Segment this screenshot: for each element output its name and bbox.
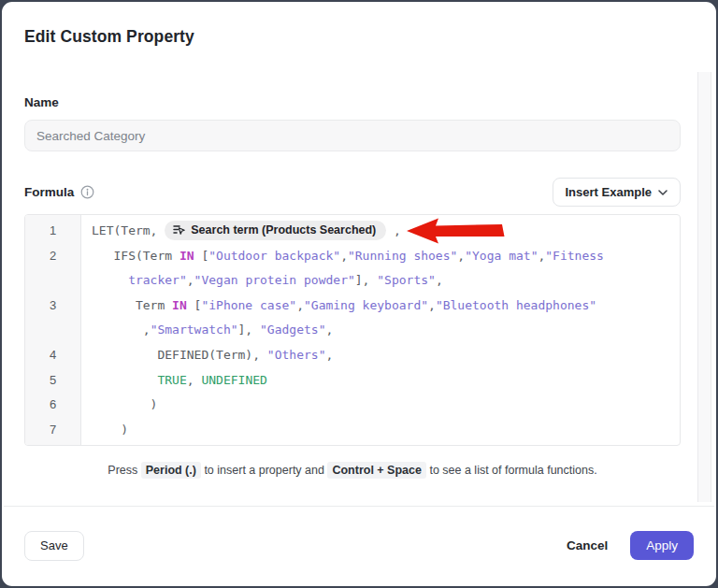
code-segment: "Gadgets" — [260, 323, 325, 337]
code-segment: "Others" — [267, 348, 326, 362]
code-segment: ) — [92, 397, 157, 411]
hint-text: to see a list of formula functions. — [426, 464, 597, 477]
save-button[interactable]: Save — [24, 531, 84, 561]
code-segment: IN — [172, 298, 187, 312]
code-segment: ], — [355, 273, 377, 287]
hint-text: to insert a property and — [201, 464, 328, 477]
code-segment: "Bluetooth headphones" — [436, 298, 596, 312]
code-segment: , — [92, 323, 151, 337]
code-row: 2 IFS(Term IN ["Outdoor backpack","Runni… — [25, 244, 680, 269]
dialog-footer: Save Cancel Apply — [4, 506, 714, 584]
formula-editor-rows: 1LET(Term, Search term (Products Searche… — [25, 219, 680, 442]
code-segment: "Sports" — [377, 273, 436, 287]
code-segment: UNDEFINED — [201, 373, 266, 387]
code-segment: , — [296, 298, 304, 312]
apply-button[interactable]: Apply — [630, 531, 694, 560]
line-number: 3 — [25, 294, 80, 319]
code-segment: "Gaming keyboard" — [304, 298, 428, 312]
line-number: 2 — [25, 244, 80, 269]
code-segment: TRUE — [157, 373, 186, 387]
code-segment: , — [386, 223, 401, 237]
name-label: Name — [24, 95, 681, 110]
hint-text: Press — [108, 464, 140, 477]
code-segment: Term — [92, 298, 172, 312]
code-segment: [ — [194, 249, 209, 263]
code-segment: "Vegan protein powder" — [194, 273, 355, 287]
formula-editor[interactable]: 1LET(Term, Search term (Products Searche… — [24, 214, 681, 446]
line-number — [25, 318, 80, 343]
cancel-button[interactable]: Cancel — [563, 531, 611, 561]
code-segment: "Running shoes" — [348, 249, 457, 263]
info-circle-icon[interactable] — [80, 185, 94, 199]
code-line[interactable]: LET(Term, Search term (Products Searched… — [80, 219, 401, 244]
dialog-title: Edit Custom Property — [24, 26, 681, 47]
edit-custom-property-dialog: Edit Custom Property Name Formula Insert… — [0, 0, 718, 588]
code-segment: , — [457, 249, 465, 263]
code-line[interactable]: Term IN ["iPhone case","Gaming keyboard"… — [80, 294, 596, 319]
property-token-label: Search term (Products Searched) — [191, 223, 376, 237]
name-input[interactable] — [24, 120, 681, 151]
property-cursor-icon — [173, 224, 185, 236]
code-segment: IFS(Term — [92, 249, 180, 263]
code-segment: DEFINED(Term), — [92, 348, 267, 362]
property-token-chip[interactable]: Search term (Products Searched) — [165, 221, 386, 240]
code-segment: "Smartwatch" — [151, 323, 238, 337]
line-number: 6 — [25, 393, 80, 418]
editor-hint: Press Period (.) to insert a property an… — [24, 461, 681, 480]
line-number: 1 — [25, 219, 80, 244]
code-row: 3 Term IN ["iPhone case","Gaming keyboar… — [25, 294, 680, 319]
code-segment: "Yoga mat" — [465, 249, 538, 263]
code-segment: ) — [92, 423, 128, 437]
code-segment: "Fitness — [545, 249, 604, 263]
code-segment: , — [436, 273, 443, 287]
code-segment — [92, 373, 157, 387]
code-line[interactable]: DEFINED(Term), "Others", — [80, 343, 333, 368]
code-line[interactable]: ) — [80, 393, 157, 418]
code-segment: "iPhone case" — [201, 298, 296, 312]
formula-label: Formula — [24, 185, 74, 199]
code-segment: , — [187, 373, 202, 387]
code-line[interactable]: tracker","Vegan protein powder"], "Sport… — [80, 268, 443, 294]
line-number: 5 — [25, 368, 80, 394]
code-segment: "Outdoor backpack" — [208, 249, 340, 263]
kbd-control-space: Control + Space — [327, 462, 426, 479]
insert-example-button[interactable]: Insert Example — [553, 178, 682, 207]
scrollbar[interactable] — [697, 72, 711, 502]
code-segment: , — [340, 249, 348, 263]
code-segment: ], — [238, 323, 260, 337]
code-row: 7 ) — [25, 418, 680, 443]
code-line[interactable]: TRUE, UNDEFINED — [80, 368, 267, 394]
code-line[interactable]: ,"Smartwatch"], "Gadgets", — [80, 318, 333, 343]
line-number: 4 — [25, 343, 80, 368]
code-line[interactable]: ) — [80, 418, 128, 443]
code-segment: tracker" — [128, 273, 187, 287]
code-row: 5 TRUE, UNDEFINED — [25, 368, 680, 394]
code-row: ,"Smartwatch"], "Gadgets", — [25, 318, 680, 343]
line-number — [25, 268, 80, 294]
chevron-down-icon — [658, 190, 668, 195]
code-row: tracker","Vegan protein powder"], "Sport… — [25, 268, 680, 294]
code-segment: , — [325, 323, 333, 337]
code-segment: IN — [180, 249, 194, 263]
code-segment — [92, 273, 128, 287]
kbd-period: Period (.) — [141, 462, 201, 479]
code-segment: , — [187, 273, 194, 287]
code-row: 1LET(Term, Search term (Products Searche… — [25, 219, 680, 244]
code-segment: , — [325, 348, 333, 362]
insert-example-label: Insert Example — [566, 185, 653, 199]
line-number: 7 — [25, 418, 80, 443]
code-segment: [ — [187, 298, 202, 312]
code-row: 6 ) — [25, 393, 680, 418]
code-line[interactable]: IFS(Term IN ["Outdoor backpack","Running… — [80, 244, 604, 269]
code-row: 4 DEFINED(Term), "Others", — [25, 343, 680, 368]
code-segment: LET(Term, — [92, 223, 165, 237]
code-segment: , — [428, 298, 436, 312]
